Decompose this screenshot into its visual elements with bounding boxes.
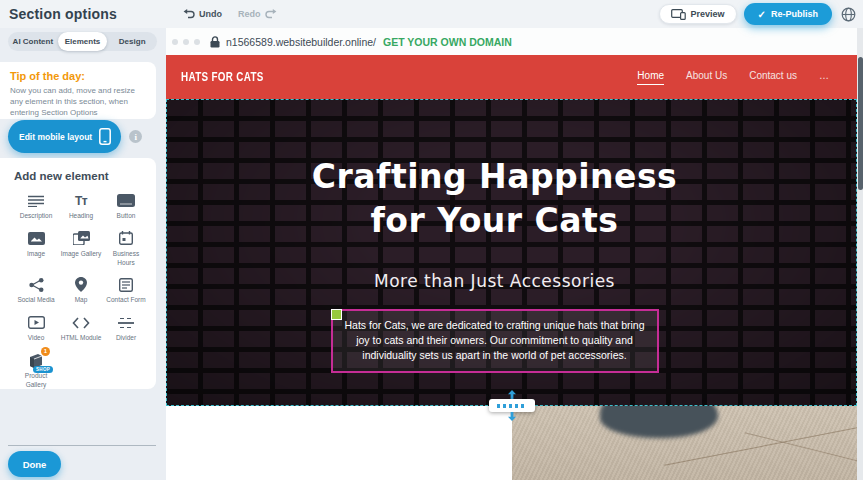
- tip-body: Now you can add, move and resize any ele…: [10, 86, 146, 118]
- scrollbar-thumb[interactable]: [858, 57, 863, 190]
- contact-form-icon: [119, 276, 133, 293]
- site-logo[interactable]: Hats for Cats: [181, 70, 264, 84]
- globe-icon: [841, 7, 856, 22]
- add-panel-title: Add new element: [14, 170, 148, 182]
- tab-design[interactable]: Design: [107, 32, 157, 51]
- sidebar-tabs: AI Content Elements Design: [8, 32, 157, 51]
- heading-icon: Tт: [75, 192, 87, 209]
- video-icon: [28, 314, 45, 331]
- preview-button[interactable]: Preview: [659, 4, 737, 24]
- image-icon: [28, 230, 45, 247]
- check-icon: ✓: [758, 9, 766, 20]
- add-element-button[interactable]: Button: [104, 192, 148, 221]
- add-element-image-gallery[interactable]: Image Gallery: [59, 230, 103, 268]
- language-globe-button[interactable]: [839, 5, 857, 23]
- html-module-icon: [72, 314, 90, 331]
- edit-mobile-layout-button[interactable]: Edit mobile layout: [8, 120, 121, 153]
- site-nav: Home About Us Contact us …: [637, 70, 829, 85]
- nav-contact-us[interactable]: Contact us: [749, 70, 797, 85]
- arrow-up-icon: [507, 390, 517, 399]
- nav-home[interactable]: Home: [637, 70, 664, 85]
- sidebar-divider: [8, 445, 156, 446]
- description-icon: [28, 192, 44, 209]
- add-element-html-module[interactable]: HTML Module: [59, 314, 103, 343]
- element-drag-handle[interactable]: [331, 309, 342, 320]
- section-resize-handle[interactable]: [489, 390, 535, 421]
- hero-subheading[interactable]: More than Just Accessories: [167, 271, 822, 291]
- redo-button[interactable]: Redo: [238, 9, 277, 19]
- app-root: Section options Undo Redo Preview: [0, 0, 863, 480]
- cat-shadow-shape: [600, 406, 718, 438]
- hero-heading[interactable]: Crafting Happiness for Your Cats: [285, 155, 705, 243]
- hero-section[interactable]: Crafting Happiness for Your Cats More th…: [166, 99, 857, 406]
- social-media-icon: [29, 276, 44, 293]
- add-new-element-panel: Add new element Description Tт Heading: [0, 158, 156, 389]
- image-gallery-icon: [73, 230, 90, 247]
- site-preview: Hats for Cats Home About Us Contact us ……: [166, 55, 857, 480]
- add-element-social-media[interactable]: Social Media: [14, 276, 58, 305]
- canvas-scrollbar: [857, 28, 863, 480]
- shop-badge: SHOP: [33, 366, 53, 373]
- business-hours-icon: [119, 230, 133, 247]
- add-element-description[interactable]: Description: [14, 192, 58, 221]
- add-element-divider[interactable]: Divider: [104, 314, 148, 343]
- divider-icon: [118, 314, 134, 331]
- page-title: Section options: [9, 6, 117, 22]
- add-element-contact-form[interactable]: Contact Form: [104, 276, 148, 305]
- arrow-down-icon: [507, 412, 517, 421]
- add-element-heading[interactable]: Tт Heading: [59, 192, 103, 221]
- undo-icon: [183, 9, 195, 19]
- topbar: Section options Undo Redo Preview: [0, 0, 863, 28]
- republish-button[interactable]: ✓ Re-Publish: [744, 3, 832, 25]
- info-icon[interactable]: i: [129, 130, 142, 143]
- sidebar: AI Content Elements Design Tip of the da…: [0, 28, 166, 480]
- tab-ai-content[interactable]: AI Content: [8, 32, 58, 51]
- add-element-business-hours[interactable]: Business Hours: [104, 230, 148, 268]
- undo-button[interactable]: Undo: [183, 9, 222, 19]
- redo-icon: [265, 9, 277, 19]
- nav-more-icon[interactable]: …: [819, 70, 829, 85]
- site-url: n1566589.websitebuilder.online/: [226, 36, 376, 48]
- browser-url-bar: n1566589.websitebuilder.online/ GET YOUR…: [166, 28, 863, 55]
- window-dots-icon: [172, 39, 200, 45]
- add-element-video[interactable]: Video: [14, 314, 58, 343]
- map-icon: [75, 276, 87, 293]
- history-controls: Undo Redo: [183, 9, 277, 19]
- add-element-product-gallery[interactable]: 1 SHOP Product Gallery: [14, 352, 58, 390]
- site-header: Hats for Cats Home About Us Contact us …: [166, 55, 857, 99]
- hero-description-box[interactable]: Hats for Cats, we are dedicated to craft…: [331, 309, 659, 374]
- done-button[interactable]: Done: [8, 451, 61, 477]
- mobile-layout-row: Edit mobile layout i: [8, 120, 142, 153]
- next-section-image: [512, 406, 857, 480]
- hero-content: Crafting Happiness for Your Cats More th…: [167, 100, 822, 373]
- hero-description-text: Hats for Cats, we are dedicated to craft…: [339, 318, 651, 364]
- editor-canvas: n1566589.websitebuilder.online/ GET YOUR…: [166, 28, 863, 480]
- nav-about-us[interactable]: About Us: [686, 70, 727, 85]
- element-grid: Description Tт Heading Button Ima: [14, 192, 148, 389]
- button-icon: [117, 192, 135, 209]
- get-domain-link[interactable]: GET YOUR OWN DOMAIN: [383, 36, 512, 48]
- add-element-map[interactable]: Map: [59, 276, 103, 305]
- tab-elements[interactable]: Elements: [58, 32, 108, 51]
- phone-icon: [99, 128, 111, 145]
- topbar-actions: Preview ✓ Re-Publish: [659, 3, 857, 25]
- lock-icon: [210, 36, 220, 48]
- product-gallery-icon: 1 SHOP: [28, 352, 44, 369]
- tip-title: Tip of the day:: [10, 70, 146, 82]
- count-badge: 1: [41, 347, 50, 356]
- tip-of-the-day-card: Tip of the day: Now you can add, move an…: [0, 62, 156, 119]
- add-element-image[interactable]: Image: [14, 230, 58, 268]
- resize-grip[interactable]: [489, 399, 535, 412]
- devices-icon: [671, 9, 686, 20]
